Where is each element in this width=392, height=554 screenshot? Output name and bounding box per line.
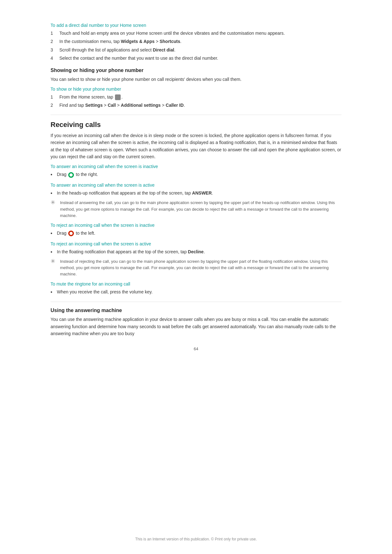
- tip-icon: ✳: [51, 258, 60, 265]
- list-item: 2 In the customisation menu, tap Widgets…: [51, 38, 341, 45]
- section-divider: [51, 115, 341, 115]
- red-phone-icon: [68, 231, 74, 236]
- step-text: Select the contact and the number that y…: [59, 55, 218, 62]
- step-text: Scroll through the list of applications …: [59, 46, 175, 53]
- showing-hiding-heading: Showing or hiding your phone number: [51, 68, 341, 73]
- bullet-point: •: [51, 288, 57, 296]
- showing-hiding-body: You can select to show or hide your phon…: [51, 76, 341, 83]
- page: To add a direct dial number to your Home…: [0, 0, 392, 554]
- answer-active-tip: ✳ Instead of answering the call, you can…: [51, 200, 341, 219]
- answer-inactive-list: • Drag to the right.: [51, 171, 341, 179]
- answering-machine-section: Using the answering machine You can use …: [51, 308, 341, 337]
- show-hide-steps: 1 From the Home screen, tap . 2 Find and…: [51, 93, 341, 109]
- list-item: • In the heads-up notification that appe…: [51, 190, 341, 197]
- list-item: 2 Find and tap Settings > Call > Additio…: [51, 102, 341, 109]
- list-item: • In the floating notification that appe…: [51, 248, 341, 256]
- direct-dial-section: To add a direct dial number to your Home…: [51, 23, 341, 62]
- list-item: • Drag to the right.: [51, 171, 341, 179]
- page-footer: This is an Internet version of this publ…: [0, 537, 392, 541]
- direct-dial-steps: 1 Touch and hold an empty area on your H…: [51, 30, 341, 62]
- tip-text: Instead of answering the call, you can g…: [60, 200, 341, 219]
- reject-inactive-list: • Drag to the left.: [51, 230, 341, 238]
- step-number: 2: [51, 102, 59, 109]
- bullet-point: •: [51, 171, 57, 179]
- step-number: 1: [51, 93, 59, 100]
- bullet-point: •: [51, 189, 57, 197]
- list-item: • When you receive the call, press the v…: [51, 288, 341, 296]
- answering-machine-heading: Using the answering machine: [51, 308, 341, 313]
- answer-active-list: • In the heads-up notification that appe…: [51, 190, 341, 197]
- apps-icon: [115, 94, 121, 100]
- step-number: 4: [51, 55, 59, 62]
- answer-inactive-link-heading: To answer an incoming call when the scre…: [51, 164, 341, 169]
- bullet-point: •: [51, 248, 57, 256]
- list-item: 3 Scroll through the list of application…: [51, 46, 341, 53]
- answering-machine-body: You can use the answering machine applic…: [51, 316, 341, 337]
- mute-ringtone-list: • When you receive the call, press the v…: [51, 288, 341, 296]
- list-item: 4 Select the contact and the number that…: [51, 55, 341, 62]
- bullet-point: •: [51, 229, 57, 238]
- bullet-text: When you receive the call, press the vol…: [57, 288, 153, 295]
- step-number: 3: [51, 46, 59, 53]
- bullet-text: In the floating notification that appear…: [57, 248, 205, 255]
- reject-active-list: • In the floating notification that appe…: [51, 248, 341, 256]
- mute-ringtone-link-heading: To mute the ringtone for an incoming cal…: [51, 281, 341, 286]
- reject-active-link-heading: To reject an incoming call when the scre…: [51, 241, 341, 246]
- green-phone-icon: [68, 172, 74, 178]
- step-number: 2: [51, 38, 59, 45]
- tip-text: Instead of rejecting the call, you can g…: [60, 258, 341, 277]
- reject-active-tip: ✳ Instead of rejecting the call, you can…: [51, 258, 341, 277]
- section-divider-2: [51, 302, 341, 302]
- step-text: In the customisation menu, tap Widgets &…: [59, 38, 181, 45]
- step-text: Find and tap Settings > Call > Additiona…: [59, 102, 185, 109]
- bullet-text: In the heads-up notification that appear…: [57, 190, 213, 196]
- list-item: 1 Touch and hold an empty area on your H…: [51, 30, 341, 37]
- receiving-calls-heading: Receiving calls: [51, 121, 341, 129]
- bullet-text: Drag to the right.: [57, 171, 98, 178]
- step-number: 1: [51, 30, 59, 37]
- page-number: 64: [51, 346, 341, 351]
- answer-active-link-heading: To answer an incoming call when the scre…: [51, 183, 341, 188]
- receiving-calls-section: Receiving calls If you receive an incomi…: [51, 121, 341, 296]
- step-text: Touch and hold an empty area on your Hom…: [59, 30, 285, 37]
- list-item: 1 From the Home screen, tap .: [51, 93, 341, 100]
- bullet-text: Drag to the left.: [57, 230, 95, 237]
- list-item: • Drag to the left.: [51, 230, 341, 238]
- reject-inactive-link-heading: To reject an incoming call when the scre…: [51, 223, 341, 228]
- step-text: From the Home screen, tap .: [59, 93, 123, 100]
- direct-dial-link-heading: To add a direct dial number to your Home…: [51, 23, 341, 28]
- showing-hiding-section: Showing or hiding your phone number You …: [51, 68, 341, 109]
- receiving-calls-body: If you receive an incoming call when the…: [51, 132, 341, 160]
- show-hide-link-heading: To show or hide your phone number: [51, 87, 341, 92]
- tip-icon: ✳: [51, 199, 60, 206]
